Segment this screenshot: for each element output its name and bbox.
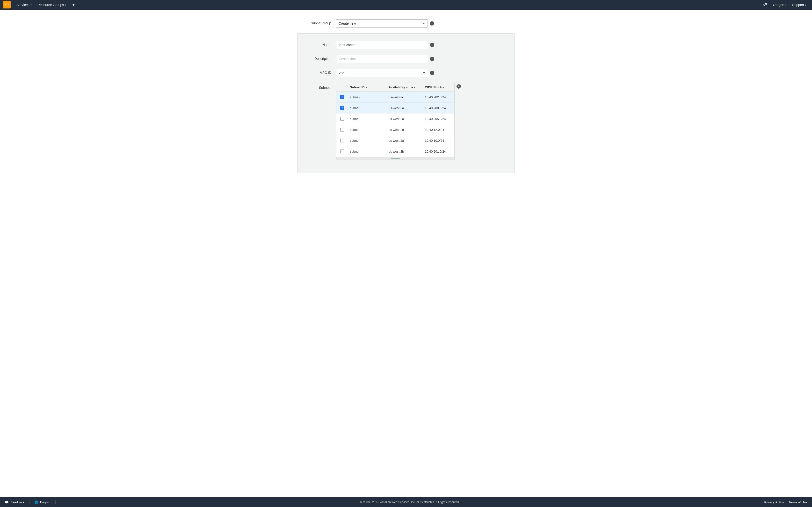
table-row[interactable]: subnet-us-west-2c10.40.202.0/24 bbox=[337, 92, 454, 103]
subnet-id-cell: subnet- bbox=[348, 114, 387, 124]
name-label: Name bbox=[298, 41, 336, 47]
top-navigation: Services ▾ Resource Groups ▾ ★ ☍ Oregon … bbox=[0, 0, 812, 10]
region-chevron-icon: ▾ bbox=[785, 4, 786, 6]
vpc-id-select[interactable]: vpc- bbox=[336, 69, 428, 77]
footer: 💬 Feedback 🌐 English © 2008 - 2017, Amaz… bbox=[0, 497, 812, 507]
subnet-checkbox-cell bbox=[337, 146, 348, 157]
subnets-control: Subnet ID ▾ Availability zone ▾ CIDR Blo… bbox=[336, 83, 461, 160]
scroll-thumb bbox=[391, 158, 400, 159]
copyright-text: © 2008 - 2017, Amazon Web Services, Inc.… bbox=[56, 501, 764, 504]
scroll-hint bbox=[337, 157, 454, 160]
subnet-group-row: Subnet group Create new i bbox=[297, 19, 515, 27]
support-nav-item[interactable]: Support ▾ bbox=[789, 0, 809, 10]
resource-groups-chevron-icon: ▾ bbox=[65, 4, 66, 6]
subnet-checkbox[interactable] bbox=[340, 106, 344, 110]
subnets-label: Subnets bbox=[298, 83, 336, 90]
subnet-az-cell: us-west-2a bbox=[387, 103, 423, 113]
az-sort-icon: ▾ bbox=[414, 86, 415, 89]
subnet-az-cell: us-west-2c bbox=[387, 92, 423, 102]
subnets-table-header: Subnet ID ▾ Availability zone ▾ CIDR Blo… bbox=[337, 83, 454, 92]
favorites-icon[interactable]: ★ bbox=[69, 0, 78, 10]
feedback-button[interactable]: 💬 Feedback bbox=[5, 501, 30, 504]
region-nav-item[interactable]: Oregon ▾ bbox=[770, 0, 789, 10]
table-row[interactable]: subnet-us-west-2b10.40.201.0/24 bbox=[337, 146, 454, 157]
table-row[interactable]: subnet-us-west-2a10.40.200.0/24 bbox=[337, 103, 454, 113]
subnet-checkbox[interactable] bbox=[340, 117, 344, 121]
name-info-icon[interactable]: i bbox=[430, 43, 434, 47]
col-header-cidr[interactable]: CIDR Block ▾ bbox=[423, 83, 454, 92]
support-chevron-icon: ▾ bbox=[805, 4, 806, 6]
subnets-info-area: i bbox=[457, 83, 461, 89]
description-row: Description i bbox=[298, 55, 514, 63]
subnet-group-label: Subnet group bbox=[297, 19, 336, 25]
services-chevron-icon: ▾ bbox=[31, 4, 32, 6]
header-check-cell bbox=[337, 85, 348, 90]
subnet-checkbox[interactable] bbox=[340, 95, 344, 99]
subnet-rows-container: subnet-us-west-2c10.40.202.0/24subnet-us… bbox=[337, 92, 454, 157]
subnet-group-control: Create new i bbox=[336, 19, 515, 27]
subnet-id-sort-icon: ▾ bbox=[366, 86, 367, 89]
col-header-az[interactable]: Availability zone ▾ bbox=[387, 83, 423, 92]
resource-groups-nav-item[interactable]: Resource Groups ▾ bbox=[35, 0, 69, 10]
terms-of-use-link[interactable]: Terms of Use bbox=[789, 501, 807, 504]
subnet-group-select[interactable]: Create new bbox=[336, 19, 428, 27]
subnets-info-icon[interactable]: i bbox=[457, 84, 461, 89]
name-control: jamf-cache i bbox=[336, 41, 514, 49]
subnets-table: Subnet ID ▾ Availability zone ▾ CIDR Blo… bbox=[336, 83, 455, 160]
subnet-checkbox-cell bbox=[337, 113, 348, 124]
feedback-icon: 💬 bbox=[5, 501, 9, 504]
globe-icon: 🌐 bbox=[34, 501, 38, 504]
subnets-row: Subnets Subnet ID ▾ Availability zone bbox=[298, 83, 514, 160]
subnet-cidr-cell: 10.40.201.0/24 bbox=[423, 146, 454, 157]
services-nav-item[interactable]: Services ▾ bbox=[13, 0, 35, 10]
vpc-id-control: vpc- i bbox=[336, 69, 514, 77]
name-row: Name jamf-cache i bbox=[298, 41, 514, 49]
privacy-policy-link[interactable]: Privacy Policy bbox=[764, 501, 784, 504]
description-input[interactable] bbox=[336, 55, 428, 63]
description-info-icon[interactable]: i bbox=[430, 57, 434, 61]
subnet-cidr-cell: 10.40.202.0/24 bbox=[423, 92, 454, 102]
cidr-sort-icon: ▾ bbox=[443, 86, 444, 89]
svg-rect-1 bbox=[6, 3, 8, 6]
subnet-id-cell: subnet- bbox=[348, 92, 387, 102]
subnet-id-cell: subnet- bbox=[348, 103, 387, 113]
subnet-az-cell: us-west-2a bbox=[387, 114, 423, 124]
subnet-checkbox[interactable] bbox=[340, 128, 344, 131]
subnet-checkbox-cell bbox=[337, 103, 348, 113]
subnet-az-cell: us-west-2a bbox=[387, 135, 423, 146]
main-content: Subnet group Create new i Name jamf-cach… bbox=[0, 10, 812, 497]
aws-logo[interactable] bbox=[3, 1, 13, 9]
subnet-cidr-cell: 10.40.10.0/24 bbox=[423, 135, 454, 146]
subnet-group-info-icon[interactable]: i bbox=[430, 21, 434, 25]
subnet-az-cell: us-west-2b bbox=[387, 146, 423, 157]
subnet-az-cell: us-west-2c bbox=[387, 125, 423, 135]
notifications-icon[interactable]: ☍ bbox=[760, 0, 770, 10]
subnet-checkbox[interactable] bbox=[340, 138, 344, 143]
subnet-cidr-cell: 10.40.200.0/24 bbox=[423, 103, 454, 113]
table-row[interactable]: subnet-us-west-2a10.40.205.0/24 bbox=[337, 113, 454, 124]
form-section: Subnet group Create new i Name jamf-cach… bbox=[297, 19, 515, 173]
col-header-subnet-id[interactable]: Subnet ID ▾ bbox=[348, 83, 387, 92]
subnet-id-cell: subnet- bbox=[348, 146, 387, 157]
vpc-id-label: VPC ID bbox=[298, 69, 336, 74]
table-row[interactable]: subnet-us-west-2a10.40.10.0/24 bbox=[337, 135, 454, 146]
table-row[interactable]: subnet-us-west-2c10.40.12.0/24 bbox=[337, 124, 454, 135]
subnet-id-cell: subnet- bbox=[348, 125, 387, 135]
vpc-id-info-icon[interactable]: i bbox=[430, 71, 434, 75]
footer-links: Privacy Policy Terms of Use bbox=[764, 501, 807, 504]
subnet-id-cell: subnet- bbox=[348, 135, 387, 146]
name-input[interactable]: jamf-cache bbox=[336, 41, 428, 49]
subnet-checkbox[interactable] bbox=[340, 150, 344, 153]
subnet-checkbox-cell bbox=[337, 124, 348, 135]
subnet-cidr-cell: 10.40.12.0/24 bbox=[423, 125, 454, 135]
subnet-checkbox-cell bbox=[337, 92, 348, 102]
subnet-cidr-cell: 10.40.205.0/24 bbox=[423, 114, 454, 124]
vpc-id-row: VPC ID vpc- i bbox=[298, 69, 514, 77]
description-control: i bbox=[336, 55, 514, 63]
description-label: Description bbox=[298, 55, 336, 61]
subnet-checkbox-cell bbox=[337, 135, 348, 146]
language-selector[interactable]: 🌐 English bbox=[30, 501, 56, 504]
